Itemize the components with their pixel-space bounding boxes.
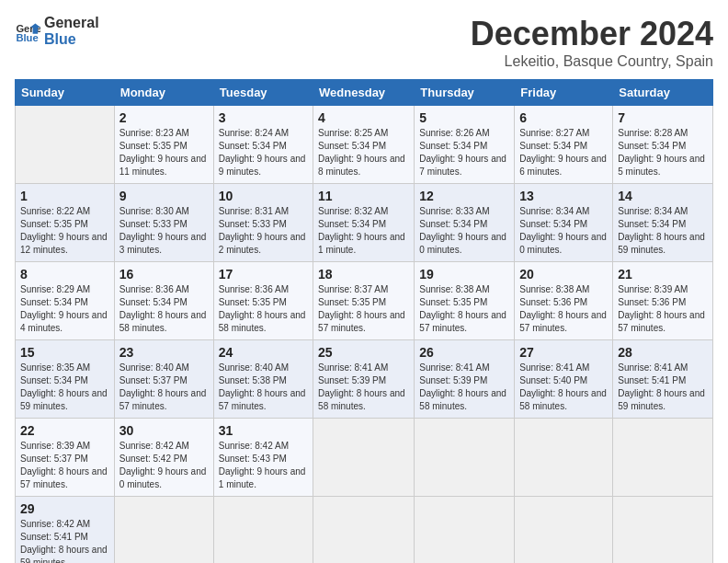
logo-general: General <box>44 15 99 31</box>
calendar-cell: 24Sunrise: 8:40 AMSunset: 5:38 PMDayligh… <box>213 340 313 419</box>
day-detail: Sunrise: 8:42 AMSunset: 5:43 PMDaylight:… <box>219 441 306 489</box>
calendar-cell: 2Sunrise: 8:23 AMSunset: 5:35 PMDaylight… <box>114 106 213 184</box>
calendar-cell: 19Sunrise: 8:38 AMSunset: 5:35 PMDayligh… <box>415 262 515 340</box>
calendar-cell <box>415 497 515 564</box>
day-detail: Sunrise: 8:41 AMSunset: 5:39 PMDaylight:… <box>419 362 506 411</box>
calendar-cell: 12Sunrise: 8:33 AMSunset: 5:34 PMDayligh… <box>415 184 515 262</box>
calendar-cell: 15Sunrise: 8:35 AMSunset: 5:34 PMDayligh… <box>16 340 115 419</box>
day-number: 15 <box>20 345 109 360</box>
calendar-cell: 6Sunrise: 8:27 AMSunset: 5:34 PMDaylight… <box>515 106 613 184</box>
day-detail: Sunrise: 8:39 AMSunset: 5:36 PMDaylight:… <box>618 284 705 333</box>
header-wednesday: Wednesday <box>313 80 415 106</box>
calendar-cell: 7Sunrise: 8:28 AMSunset: 5:34 PMDaylight… <box>613 106 713 184</box>
day-detail: Sunrise: 8:31 AMSunset: 5:33 PMDaylight:… <box>219 206 306 255</box>
calendar-cell: 10Sunrise: 8:31 AMSunset: 5:33 PMDayligh… <box>213 184 313 262</box>
calendar-cell: 20Sunrise: 8:38 AMSunset: 5:36 PMDayligh… <box>515 262 613 340</box>
calendar-row: 29Sunrise: 8:42 AMSunset: 5:41 PMDayligh… <box>16 497 713 564</box>
day-detail: Sunrise: 8:23 AMSunset: 5:35 PMDaylight:… <box>119 128 207 177</box>
calendar-cell: 25Sunrise: 8:41 AMSunset: 5:39 PMDayligh… <box>313 340 415 419</box>
calendar-cell <box>313 419 415 497</box>
calendar-row: 2Sunrise: 8:23 AMSunset: 5:35 PMDaylight… <box>16 106 713 184</box>
calendar-cell: 8Sunrise: 8:29 AMSunset: 5:34 PMDaylight… <box>16 262 115 340</box>
calendar-cell <box>515 497 613 564</box>
day-number: 14 <box>618 189 708 203</box>
calendar-cell: 16Sunrise: 8:36 AMSunset: 5:34 PMDayligh… <box>114 262 213 340</box>
day-detail: Sunrise: 8:38 AMSunset: 5:35 PMDaylight:… <box>419 284 506 333</box>
calendar-cell: 1Sunrise: 8:22 AMSunset: 5:35 PMDaylight… <box>16 184 115 262</box>
calendar-cell <box>515 419 613 497</box>
logo: General Blue General Blue <box>15 15 99 47</box>
day-number: 23 <box>119 345 209 360</box>
calendar-table: SundayMondayTuesdayWednesdayThursdayFrid… <box>15 79 713 563</box>
header-saturday: Saturday <box>613 80 713 106</box>
day-number: 26 <box>419 345 509 360</box>
day-detail: Sunrise: 8:26 AMSunset: 5:34 PMDaylight:… <box>419 128 506 177</box>
month-title: December 2024 <box>471 15 713 53</box>
day-detail: Sunrise: 8:28 AMSunset: 5:34 PMDaylight:… <box>618 128 705 177</box>
calendar-cell: 31Sunrise: 8:42 AMSunset: 5:43 PMDayligh… <box>213 419 313 497</box>
day-detail: Sunrise: 8:42 AMSunset: 5:42 PMDaylight:… <box>119 441 207 489</box>
day-detail: Sunrise: 8:38 AMSunset: 5:36 PMDaylight:… <box>519 284 607 333</box>
calendar-cell: 4Sunrise: 8:25 AMSunset: 5:34 PMDaylight… <box>313 106 415 184</box>
day-detail: Sunrise: 8:33 AMSunset: 5:34 PMDaylight:… <box>419 206 506 255</box>
calendar-cell: 30Sunrise: 8:42 AMSunset: 5:42 PMDayligh… <box>114 419 213 497</box>
day-number: 28 <box>618 345 708 360</box>
calendar-cell: 22Sunrise: 8:39 AMSunset: 5:37 PMDayligh… <box>16 419 115 497</box>
day-number: 12 <box>419 189 509 203</box>
calendar-cell <box>613 497 713 564</box>
logo-blue: Blue <box>44 31 99 48</box>
day-number: 20 <box>519 267 608 282</box>
location-title: Lekeitio, Basque Country, Spain <box>471 53 713 70</box>
day-detail: Sunrise: 8:34 AMSunset: 5:34 PMDaylight:… <box>519 206 607 255</box>
day-number: 17 <box>219 267 308 282</box>
calendar-cell: 23Sunrise: 8:40 AMSunset: 5:37 PMDayligh… <box>114 340 213 419</box>
calendar-cell: 9Sunrise: 8:30 AMSunset: 5:33 PMDaylight… <box>114 184 213 262</box>
calendar-cell: 3Sunrise: 8:24 AMSunset: 5:34 PMDaylight… <box>213 106 313 184</box>
day-detail: Sunrise: 8:40 AMSunset: 5:37 PMDaylight:… <box>119 362 207 411</box>
day-detail: Sunrise: 8:22 AMSunset: 5:35 PMDaylight:… <box>20 206 108 255</box>
day-detail: Sunrise: 8:24 AMSunset: 5:34 PMDaylight:… <box>219 128 306 177</box>
calendar-cell <box>114 497 213 564</box>
calendar-cell: 18Sunrise: 8:37 AMSunset: 5:35 PMDayligh… <box>313 262 415 340</box>
day-number: 21 <box>618 267 708 282</box>
calendar-cell: 29Sunrise: 8:42 AMSunset: 5:41 PMDayligh… <box>16 497 115 564</box>
header-tuesday: Tuesday <box>213 80 313 106</box>
day-number: 7 <box>618 110 708 125</box>
calendar-cell: 26Sunrise: 8:41 AMSunset: 5:39 PMDayligh… <box>415 340 515 419</box>
calendar-cell: 14Sunrise: 8:34 AMSunset: 5:34 PMDayligh… <box>613 184 713 262</box>
day-number: 9 <box>119 189 209 203</box>
day-detail: Sunrise: 8:36 AMSunset: 5:35 PMDaylight:… <box>219 284 306 333</box>
day-detail: Sunrise: 8:34 AMSunset: 5:34 PMDaylight:… <box>618 206 705 255</box>
day-number: 13 <box>519 189 608 203</box>
day-detail: Sunrise: 8:32 AMSunset: 5:34 PMDaylight:… <box>318 206 405 255</box>
day-number: 24 <box>219 345 308 360</box>
calendar-cell: 5Sunrise: 8:26 AMSunset: 5:34 PMDaylight… <box>415 106 515 184</box>
calendar-cell <box>213 497 313 564</box>
calendar-row: 15Sunrise: 8:35 AMSunset: 5:34 PMDayligh… <box>16 340 713 419</box>
day-number: 2 <box>119 110 209 125</box>
day-number: 31 <box>219 423 308 438</box>
calendar-cell <box>613 419 713 497</box>
day-number: 22 <box>20 423 109 438</box>
day-detail: Sunrise: 8:41 AMSunset: 5:39 PMDaylight:… <box>318 362 405 411</box>
logo-icon: General Blue <box>15 18 40 44</box>
day-detail: Sunrise: 8:40 AMSunset: 5:38 PMDaylight:… <box>219 362 306 411</box>
days-header-row: SundayMondayTuesdayWednesdayThursdayFrid… <box>16 80 713 106</box>
day-number: 4 <box>318 110 409 125</box>
day-detail: Sunrise: 8:27 AMSunset: 5:34 PMDaylight:… <box>519 128 607 177</box>
day-detail: Sunrise: 8:29 AMSunset: 5:34 PMDaylight:… <box>20 284 108 333</box>
day-number: 8 <box>20 267 109 282</box>
day-number: 16 <box>119 267 209 282</box>
calendar-row: 8Sunrise: 8:29 AMSunset: 5:34 PMDaylight… <box>16 262 713 340</box>
day-number: 29 <box>20 501 109 516</box>
header-thursday: Thursday <box>415 80 515 106</box>
day-detail: Sunrise: 8:42 AMSunset: 5:41 PMDaylight:… <box>20 519 108 563</box>
day-number: 10 <box>219 189 308 203</box>
day-detail: Sunrise: 8:36 AMSunset: 5:34 PMDaylight:… <box>119 284 207 333</box>
day-number: 27 <box>519 345 608 360</box>
calendar-cell: 28Sunrise: 8:41 AMSunset: 5:41 PMDayligh… <box>613 340 713 419</box>
header-monday: Monday <box>114 80 213 106</box>
day-number: 19 <box>419 267 509 282</box>
day-number: 3 <box>219 110 308 125</box>
day-number: 5 <box>419 110 509 125</box>
